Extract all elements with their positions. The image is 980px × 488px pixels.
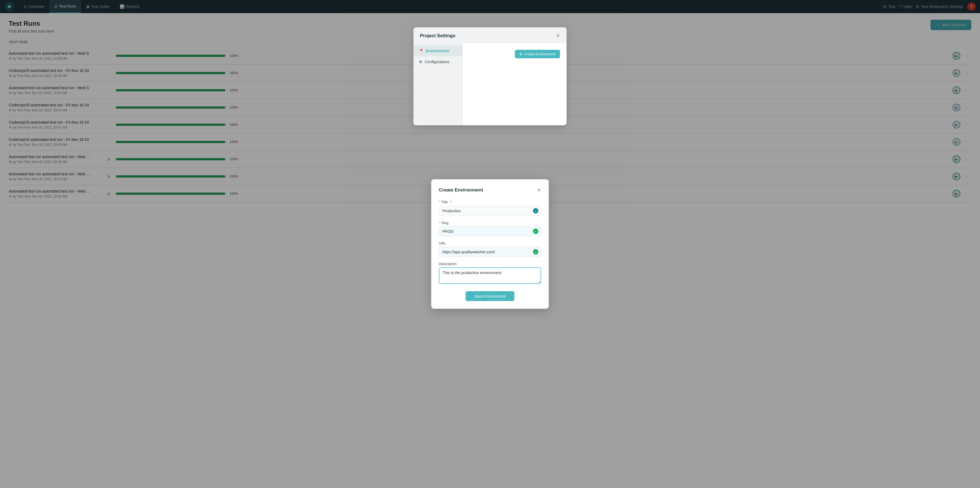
url-input[interactable] <box>439 247 541 257</box>
slug-form-group: * Slug ✓ <box>439 221 541 236</box>
save-environment-button[interactable]: Save Environment <box>466 291 514 301</box>
create-environment-title: Create Environment <box>439 187 483 193</box>
description-form-group: Description This is the production envir… <box>439 262 541 285</box>
title-input[interactable] <box>439 206 541 216</box>
url-check-icon: ✓ <box>533 249 538 255</box>
project-settings-title: Project Settings <box>420 33 455 38</box>
title-check-icon: ✓ <box>533 208 538 214</box>
configurations-icon: ⚙ <box>419 60 422 64</box>
title-form-group: * Title ⓘ ✓ <box>439 200 541 216</box>
modal-overlay: Project Settings ✕ 📍 Environments ⚙ Conf… <box>0 0 980 488</box>
location-icon: 📍 <box>419 49 423 53</box>
info-icon: ⓘ <box>449 200 452 204</box>
sidebar-item-environments[interactable]: 📍 Environments <box>414 45 462 56</box>
slug-label: * Slug <box>439 221 541 225</box>
project-settings-modal: Project Settings ✕ 📍 Environments ⚙ Conf… <box>414 27 566 125</box>
project-settings-content: ⊕ Create Environment <box>463 43 566 125</box>
project-settings-close-button[interactable]: ✕ <box>556 33 560 39</box>
create-environment-close-button[interactable]: ✕ <box>537 187 541 193</box>
sidebar-item-configurations[interactable]: ⚙ Configurations <box>414 56 462 67</box>
url-label: URL <box>439 241 541 246</box>
project-settings-sidebar: 📍 Environments ⚙ Configurations <box>414 43 463 125</box>
plus-circle-icon: ⊕ <box>519 52 522 56</box>
slug-check-icon: ✓ <box>533 229 538 234</box>
slug-input[interactable] <box>439 226 541 236</box>
create-environment-modal: Create Environment ✕ * Title ⓘ ✓ * Slug … <box>431 179 549 309</box>
url-form-group: URL ✓ <box>439 241 541 257</box>
description-textarea[interactable]: This is the production environment. <box>439 268 541 284</box>
title-label: * Title ⓘ <box>439 200 541 204</box>
create-environment-button[interactable]: ⊕ Create Environment <box>515 50 560 58</box>
description-label: Description <box>439 262 541 266</box>
